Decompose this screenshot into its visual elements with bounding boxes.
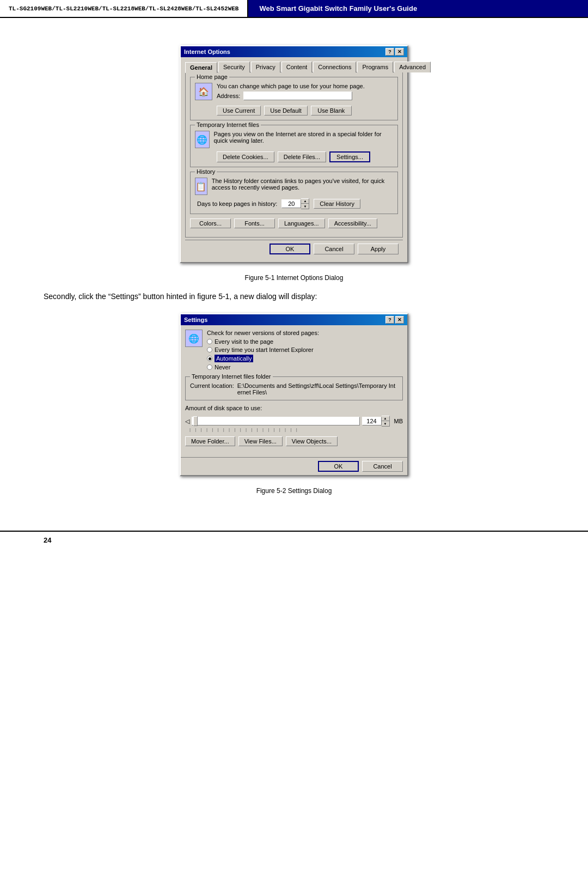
- clear-history-button[interactable]: Clear History: [314, 199, 360, 209]
- slider-ticks: | | | | | | | | | | | | | | | | | | | |: [185, 427, 403, 432]
- home-page-desc: You can change which page to use for you…: [217, 83, 365, 89]
- figure1-container: Internet Options ? ✕ General Security Pr…: [44, 45, 544, 263]
- history-group: History 📋 The History folder contains li…: [190, 172, 398, 214]
- tab-programs[interactable]: Programs: [357, 62, 393, 72]
- address-row: Address:: [217, 92, 365, 100]
- radio-circle-2[interactable]: [207, 347, 212, 352]
- history-icon: 📋: [195, 178, 207, 195]
- dialog1-ok-button[interactable]: OK: [270, 244, 310, 254]
- tab-privacy[interactable]: Privacy: [251, 62, 280, 72]
- dialog2-titlebar-buttons: ? ✕: [385, 316, 404, 324]
- address-input[interactable]: [243, 92, 352, 100]
- current-location-row: Current location: E:\Documents and Setti…: [190, 382, 398, 396]
- check-newer-content: Check for newer versions of stored pages…: [207, 330, 319, 372]
- model-text: TL-SG2109WEB/TL-SL2210WEB/TL-SL2218WEB/T…: [0, 0, 248, 17]
- radio-circle-4[interactable]: [207, 364, 212, 370]
- close-button[interactable]: ✕: [395, 48, 404, 56]
- figure2-caption: Figure 5-2 Settings Dialog: [44, 487, 544, 495]
- spinbox-up[interactable]: ▲: [301, 199, 309, 204]
- slider-container: ◁ ▲ ▼ MB | | | | | | |: [185, 416, 403, 432]
- slider-bar[interactable]: [192, 417, 360, 425]
- dialog2-ok-button[interactable]: OK: [318, 461, 359, 472]
- history-content: 📋 The History folder contains links to p…: [195, 178, 393, 209]
- temp-folder-group: Temporary Internet files folder Current …: [185, 376, 403, 400]
- disk-spinbox-up[interactable]: ▲: [382, 416, 389, 421]
- disk-spinbox-down[interactable]: ▼: [382, 421, 389, 426]
- check-newer-label: Check for newer versions of stored pages…: [207, 330, 319, 336]
- dialog2-help-button[interactable]: ?: [385, 316, 394, 324]
- radio-every-visit[interactable]: Every visit to the page: [207, 338, 319, 345]
- check-newer-row: 🌐 Check for newer versions of stored pag…: [185, 330, 403, 372]
- days-spinbox[interactable]: ▲ ▼: [281, 198, 309, 209]
- home-page-icon: 🏠: [195, 83, 212, 100]
- settings-button[interactable]: Settings...: [329, 151, 370, 162]
- temp-files-row: 🌐 Pages you view on the Internet are sto…: [195, 131, 393, 148]
- radio-label-2: Every time you start Internet Explorer: [215, 346, 314, 353]
- spinbox-down[interactable]: ▼: [301, 204, 309, 209]
- temp-files-icon: 🌐: [195, 131, 210, 148]
- tab-connections[interactable]: Connections: [313, 62, 356, 72]
- temp-files-desc: Pages you view on the Internet are store…: [214, 131, 394, 144]
- disk-input[interactable]: [362, 417, 382, 425]
- dialog2-cancel-button[interactable]: Cancel: [362, 461, 403, 472]
- history-row: 📋 The History folder contains links to p…: [195, 178, 393, 195]
- tab-general-content: Home page 🏠 You can change which page to…: [185, 72, 403, 238]
- delete-cookies-button[interactable]: Delete Cookies...: [217, 151, 274, 162]
- use-blank-button[interactable]: Use Blank: [311, 106, 352, 115]
- spinbox-arrows: ▲ ▼: [301, 198, 309, 209]
- settings-dialog: Settings ? ✕ 🌐 Check for newer versions …: [180, 313, 408, 476]
- dialog2-title: Settings: [184, 317, 207, 323]
- dialog2-close-button[interactable]: ✕: [395, 316, 404, 324]
- help-button[interactable]: ?: [385, 48, 394, 56]
- appearance-buttons-row: Colors... Fonts... Languages... Accessib…: [190, 218, 398, 228]
- temp-folder-title: Temporary Internet files folder: [190, 373, 273, 380]
- slider-handle[interactable]: [193, 416, 198, 426]
- accessibility-button[interactable]: Accessibility...: [328, 218, 377, 228]
- home-page-title: Home page: [195, 74, 229, 80]
- use-default-button[interactable]: Use Default: [264, 106, 307, 115]
- dialog1-apply-button[interactable]: Apply: [358, 244, 399, 254]
- header-bar: TL-SG2109WEB/TL-SL2210WEB/TL-SL2218WEB/T…: [0, 0, 588, 18]
- view-files-button[interactable]: View Files...: [238, 436, 283, 446]
- radio-label-3: Automatically: [215, 355, 253, 362]
- view-objects-button[interactable]: View Objects...: [286, 436, 338, 446]
- dialog1-footer: OK Cancel Apply: [185, 240, 403, 258]
- home-page-text-area: You can change which page to use for you…: [217, 83, 365, 102]
- figure2-container: Settings ? ✕ 🌐 Check for newer versions …: [44, 313, 544, 476]
- radio-circle-1[interactable]: [207, 339, 212, 344]
- tab-security[interactable]: Security: [218, 62, 250, 72]
- tab-general[interactable]: General: [185, 62, 217, 73]
- radio-every-start[interactable]: Every time you start Internet Explorer: [207, 346, 319, 353]
- fonts-button[interactable]: Fonts...: [234, 218, 275, 228]
- tab-content[interactable]: Content: [281, 62, 313, 72]
- settings-btn-row: Move Folder... View Files... View Object…: [185, 436, 403, 446]
- move-folder-button[interactable]: Move Folder...: [185, 436, 235, 446]
- disk-space-label: Amount of disk space to use:: [185, 405, 403, 411]
- temp-folder-content: Current location: E:\Documents and Setti…: [190, 382, 398, 396]
- history-days-row: Days to keep pages in history: ▲ ▼ Clear…: [195, 198, 393, 209]
- current-location-label: Current location:: [190, 382, 234, 389]
- languages-button[interactable]: Languages...: [278, 218, 325, 228]
- slider-track: ◁ ▲ ▼ MB: [185, 416, 403, 427]
- disk-unit: MB: [394, 418, 403, 424]
- page-number: 24: [44, 536, 51, 544]
- radio-never[interactable]: Never: [207, 364, 319, 370]
- dialog2-footer: OK Cancel: [181, 457, 407, 475]
- days-input[interactable]: [281, 199, 301, 208]
- tab-advanced[interactable]: Advanced: [394, 62, 431, 72]
- disk-spinbox[interactable]: ▲ ▼: [362, 416, 390, 427]
- dialog1-cancel-button[interactable]: Cancel: [314, 244, 354, 254]
- radio-automatically[interactable]: Automatically: [207, 355, 319, 362]
- colors-button[interactable]: Colors...: [190, 218, 231, 228]
- dialog1-title: Internet Options: [184, 48, 230, 55]
- current-location-value: E:\Documents and Settings\zff\Local Sett…: [237, 382, 398, 396]
- radio-circle-3[interactable]: [207, 356, 212, 361]
- delete-files-button[interactable]: Delete Files...: [278, 151, 326, 162]
- temp-files-btn-row: Delete Cookies... Delete Files... Settin…: [195, 151, 393, 162]
- use-current-button[interactable]: Use Current: [217, 106, 261, 115]
- history-desc: The History folder contains links to pag…: [212, 178, 393, 191]
- radio-label-4: Never: [215, 364, 230, 370]
- days-label: Days to keep pages in history:: [197, 200, 277, 207]
- tabs-container: General Security Privacy Content Connect…: [185, 62, 403, 72]
- dialog1-titlebar-buttons: ? ✕: [385, 48, 404, 56]
